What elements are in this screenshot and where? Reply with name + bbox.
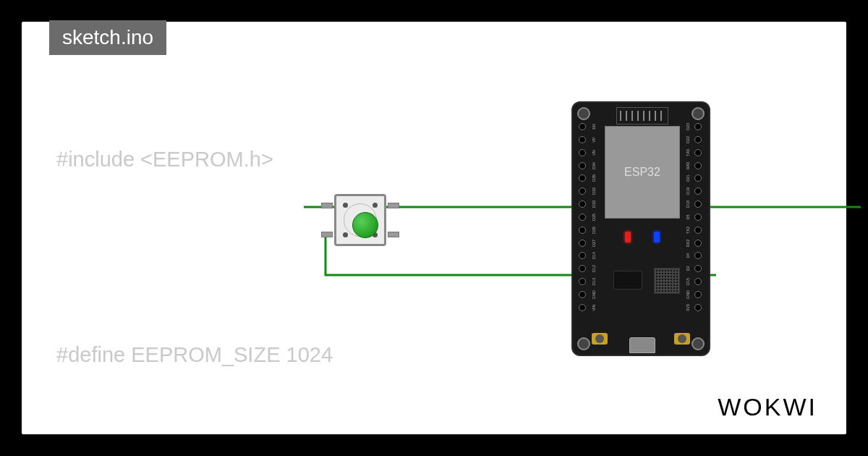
pin[interactable]: [579, 200, 586, 208]
pin-labels-left: ENVPVND34D35D32D33D25D26D27D14D12D13GNDV…: [589, 123, 599, 311]
mount-hole: [692, 107, 705, 120]
pin[interactable]: [694, 265, 702, 272]
pin-labels-right: D23D22TX0RX0D21D19D18D5TX2RX2D4D2D15GND3…: [683, 123, 693, 311]
pin[interactable]: [579, 265, 586, 272]
esp32-board[interactable]: ENVPVND34D35D32D33D25D26D27D14D12D13GNDV…: [571, 101, 710, 356]
pin[interactable]: [694, 291, 702, 298]
pin[interactable]: [579, 304, 586, 311]
screw-icon: [343, 232, 348, 237]
filename-tab[interactable]: sketch.ino: [49, 20, 166, 55]
mount-hole: [692, 337, 705, 350]
pin[interactable]: [694, 278, 702, 285]
pushbutton-pin[interactable]: [321, 232, 333, 237]
pin[interactable]: [579, 136, 586, 143]
code-line: [56, 436, 448, 457]
regulator-chip: [613, 271, 642, 290]
pin[interactable]: [579, 227, 586, 234]
pin[interactable]: [579, 162, 586, 169]
pushbutton-body: [334, 194, 386, 246]
esp32-chip: ESP32: [605, 126, 680, 219]
screw-icon: [343, 203, 348, 208]
pin[interactable]: [694, 162, 702, 169]
pushbutton-component[interactable]: [331, 191, 389, 249]
status-led-icon: [654, 232, 660, 242]
wokwi-logo: WOKWI: [718, 393, 817, 421]
pin[interactable]: [579, 240, 586, 247]
pin[interactable]: [694, 149, 702, 156]
pin[interactable]: [694, 187, 702, 195]
code-line: #include <EEPROM.h>: [56, 143, 448, 176]
pin[interactable]: [579, 174, 586, 182]
pin[interactable]: [579, 149, 586, 156]
pushbutton-pin[interactable]: [388, 203, 399, 208]
enable-button[interactable]: [674, 333, 690, 345]
pin[interactable]: [694, 174, 702, 182]
pin[interactable]: [579, 252, 586, 259]
pushbutton-pin[interactable]: [388, 232, 399, 237]
wifi-antenna-icon: [616, 107, 668, 124]
pin-header-left[interactable]: [579, 123, 587, 311]
pin-header-right[interactable]: [694, 123, 703, 311]
usb-serial-chip: [654, 268, 680, 294]
pin[interactable]: [579, 278, 586, 285]
pushbutton-pin[interactable]: [321, 203, 333, 208]
usb-port-icon: [629, 337, 655, 353]
pin[interactable]: [579, 123, 586, 130]
power-led-icon: [625, 232, 631, 242]
pin[interactable]: [694, 136, 702, 143]
mount-hole: [577, 337, 590, 350]
boot-button[interactable]: [592, 333, 608, 345]
pin[interactable]: [694, 227, 702, 234]
pin[interactable]: [694, 214, 702, 221]
mount-hole: [577, 107, 590, 120]
pin[interactable]: [694, 123, 702, 130]
pin[interactable]: [579, 214, 586, 221]
pin[interactable]: [579, 187, 586, 195]
preview-card: sketch.ino #include <EEPROM.h> #define E…: [22, 22, 846, 434]
code-line: #define EEPROM_SIZE 1024: [56, 339, 448, 371]
screw-icon: [373, 203, 378, 208]
pin[interactable]: [694, 240, 702, 247]
pin[interactable]: [694, 200, 702, 208]
pin[interactable]: [694, 252, 702, 259]
pin[interactable]: [694, 304, 702, 311]
pushbutton-cap[interactable]: [352, 212, 378, 238]
pin[interactable]: [579, 291, 586, 298]
